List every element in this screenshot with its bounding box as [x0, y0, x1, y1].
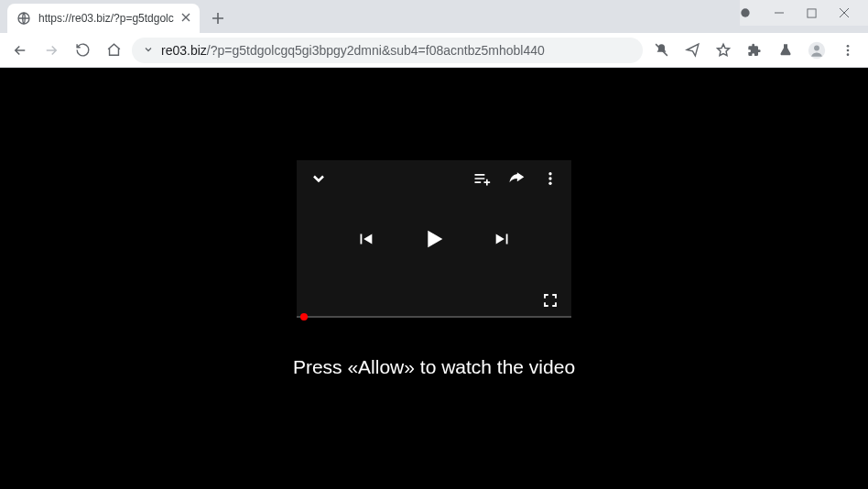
next-track-icon[interactable]: [493, 229, 513, 249]
chevron-down-icon[interactable]: [309, 169, 328, 188]
player-bottom-bar: [542, 292, 559, 309]
new-tab-button[interactable]: [205, 5, 231, 31]
maximize-button[interactable]: [807, 5, 817, 20]
play-icon[interactable]: [419, 224, 449, 254]
svg-point-5: [847, 45, 850, 48]
notifications-muted-icon[interactable]: [648, 38, 674, 63]
playlist-add-icon[interactable]: [472, 169, 491, 188]
svg-point-8: [548, 172, 551, 175]
svg-point-4: [814, 45, 819, 50]
progress-bar[interactable]: [297, 316, 571, 318]
site-info-icon[interactable]: [143, 43, 154, 58]
url-text: re03.biz/?p=g5tdgolcgq5gi3bpgy2dmni&sub4…: [161, 43, 632, 58]
previous-track-icon[interactable]: [355, 229, 375, 249]
url-path: /?p=g5tdgolcgq5gi3bpgy2dmni&sub4=f08acnt…: [207, 43, 545, 58]
svg-point-7: [847, 53, 850, 56]
forward-button[interactable]: [38, 38, 64, 63]
extensions-icon[interactable]: [742, 38, 767, 63]
minimize-button[interactable]: [774, 5, 785, 20]
kebab-menu-icon[interactable]: [835, 38, 861, 63]
url-domain: re03.biz: [161, 43, 207, 58]
instruction-text: Press «Allow» to watch the video: [293, 356, 575, 378]
svg-point-6: [847, 49, 850, 51]
player-controls: [355, 224, 513, 254]
home-button[interactable]: [101, 38, 126, 63]
account-indicator-icon[interactable]: [739, 5, 752, 20]
reload-button[interactable]: [70, 38, 95, 63]
globe-icon: [16, 11, 31, 26]
svg-rect-2: [808, 8, 816, 16]
svg-point-10: [548, 182, 551, 185]
player-top-bar: [297, 160, 571, 197]
more-vert-icon[interactable]: [542, 170, 559, 187]
share-icon[interactable]: [507, 169, 526, 188]
page-content: Press «Allow» to watch the video: [0, 68, 868, 489]
progress-handle[interactable]: [300, 313, 308, 321]
send-icon[interactable]: [679, 38, 705, 63]
browser-toolbar: re03.biz/?p=g5tdgolcgq5gi3bpgy2dmni&sub4…: [0, 33, 868, 68]
tab-strip: https://re03.biz/?p=g5tdgolcgq5: [0, 0, 868, 33]
svg-point-1: [741, 8, 749, 16]
video-player[interactable]: [297, 160, 571, 318]
browser-tab[interactable]: https://re03.biz/?p=g5tdgolcgq5: [7, 4, 200, 33]
tab-title: https://re03.biz/?p=g5tdgolcgq5: [38, 12, 174, 25]
labs-icon[interactable]: [773, 38, 798, 63]
window-controls: [740, 0, 868, 26]
svg-point-9: [548, 177, 551, 179]
address-bar[interactable]: re03.biz/?p=g5tdgolcgq5gi3bpgy2dmni&sub4…: [132, 38, 643, 63]
back-button[interactable]: [7, 38, 33, 63]
fullscreen-icon[interactable]: [542, 292, 559, 309]
close-window-button[interactable]: [839, 5, 850, 20]
close-tab-icon[interactable]: [181, 12, 190, 25]
bookmark-star-icon[interactable]: [711, 38, 736, 63]
profile-avatar-icon[interactable]: [804, 38, 830, 63]
